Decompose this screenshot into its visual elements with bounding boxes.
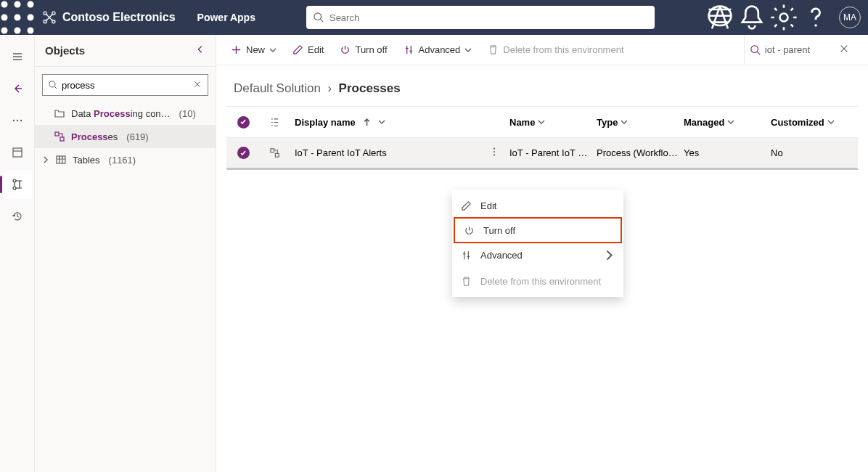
tree-label: Data Processing con… — [71, 108, 171, 119]
svg-point-1 — [15, 1, 21, 8]
svg-point-17 — [16, 120, 17, 121]
col-customized[interactable]: Customized — [771, 117, 858, 128]
select-all[interactable] — [226, 116, 260, 129]
new-label: New — [246, 44, 265, 55]
ctx-advanced-label: Advanced — [480, 250, 523, 261]
tree-label: Processes — [71, 131, 118, 142]
clear-search-icon[interactable] — [193, 78, 202, 91]
svg-point-10 — [52, 12, 55, 15]
filter-clear-icon[interactable] — [839, 44, 853, 56]
svg-rect-26 — [275, 153, 279, 157]
settings-icon[interactable] — [768, 0, 800, 35]
filter-display[interactable]: iot - parent — [744, 35, 861, 65]
rail-more[interactable] — [3, 106, 32, 135]
table-row[interactable]: IoT - Parent IoT Alerts IoT - Parent IoT… — [226, 138, 858, 170]
cell-name: IoT - Parent IoT … — [509, 147, 597, 158]
search-icon — [750, 45, 761, 55]
delete-label: Delete from this environment — [503, 44, 623, 55]
rail-objects[interactable] — [3, 170, 32, 199]
objects-search[interactable] — [42, 74, 208, 96]
svg-point-5 — [28, 15, 34, 21]
col-type[interactable]: Type — [597, 117, 684, 128]
objects-panel: Objects Data Processing con… (10) Proces… — [35, 35, 216, 472]
svg-point-29 — [494, 154, 495, 155]
svg-point-21 — [13, 187, 16, 190]
rail-history[interactable] — [3, 202, 32, 231]
tree-item-tables[interactable]: Tables (1161) — [35, 148, 216, 171]
data-grid: Display name Name Type Managed Customize… — [216, 106, 868, 170]
ctx-advanced[interactable]: Advanced — [452, 242, 623, 268]
turnoff-label: Turn off — [355, 44, 387, 55]
svg-point-2 — [28, 1, 34, 8]
svg-point-6 — [1, 28, 8, 34]
tree-item-processes[interactable]: Processes (619) — [35, 125, 216, 148]
new-button[interactable]: New — [224, 40, 284, 60]
brand-text: Contoso Electronics — [62, 11, 176, 24]
ctx-edit-label: Edit — [480, 200, 496, 211]
waffle-icon[interactable] — [0, 0, 35, 35]
grid-header: Display name Name Type Managed Customize… — [226, 106, 858, 138]
user-avatar[interactable]: MA — [839, 7, 861, 28]
view-icon-header[interactable] — [260, 117, 289, 128]
rail-hamburger[interactable] — [3, 42, 32, 71]
rail-overview[interactable] — [3, 138, 32, 167]
app-name[interactable]: Power Apps — [183, 12, 270, 23]
row-type-icon — [260, 147, 289, 158]
svg-point-15 — [814, 24, 817, 27]
svg-point-16 — [12, 120, 14, 121]
tree-count: (10) — [179, 108, 196, 119]
cell-display: IoT - Parent IoT Alerts — [289, 147, 509, 159]
search-icon — [314, 12, 324, 23]
col-managed[interactable]: Managed — [684, 117, 771, 128]
brand: Contoso Electronics — [35, 10, 183, 25]
chevron-down-icon — [464, 46, 472, 54]
chevron-right-icon — [42, 156, 49, 163]
waffle-icon — [0, 0, 35, 35]
svg-point-4 — [15, 15, 21, 21]
col-name[interactable]: Name — [509, 117, 597, 128]
sliders-icon — [404, 44, 414, 55]
edit-button[interactable]: Edit — [285, 40, 331, 60]
tree-label: Tables — [73, 155, 100, 166]
svg-point-20 — [13, 179, 16, 182]
svg-point-27 — [494, 148, 495, 150]
folder-icon — [54, 107, 65, 119]
svg-point-3 — [1, 15, 8, 21]
advanced-button[interactable]: Advanced — [396, 40, 480, 60]
tree-item-data-processing[interactable]: Data Processing con… (10) — [35, 102, 216, 125]
help-icon[interactable] — [800, 0, 832, 35]
trash-icon — [488, 44, 499, 55]
svg-rect-25 — [270, 149, 274, 152]
objects-search-input[interactable] — [62, 80, 193, 91]
header-right: MA — [704, 0, 868, 35]
process-icon — [54, 131, 65, 142]
global-search-input[interactable] — [329, 12, 647, 23]
command-bar: New Edit Turn off Advanced Delete from t… — [216, 35, 868, 65]
collapse-panel-icon[interactable] — [195, 44, 205, 57]
cell-type: Process (Workflo… — [597, 147, 684, 158]
row-more-icon[interactable] — [489, 147, 499, 159]
svg-rect-23 — [60, 137, 64, 141]
notifications-icon[interactable] — [736, 0, 768, 35]
svg-point-14 — [780, 14, 788, 22]
turnoff-button[interactable]: Turn off — [332, 40, 394, 60]
ctx-turnoff-label: Turn off — [483, 225, 515, 236]
power-icon — [340, 44, 351, 55]
sliders-icon — [461, 250, 472, 261]
pencil-icon — [292, 44, 303, 55]
crumb-parent[interactable]: Default Solution — [234, 81, 321, 95]
global-search[interactable] — [306, 6, 655, 29]
col-display-name[interactable]: Display name — [289, 117, 509, 128]
rail-back[interactable] — [3, 74, 32, 103]
ctx-turnoff[interactable]: Turn off — [454, 217, 622, 243]
row-checkbox[interactable] — [226, 147, 260, 159]
breadcrumb: Default Solution › Processes — [216, 65, 868, 106]
left-rail — [0, 35, 35, 472]
svg-rect-19 — [13, 148, 22, 157]
brand-icon — [42, 10, 57, 25]
table-icon — [55, 154, 67, 166]
power-icon — [464, 225, 475, 236]
environment-icon[interactable] — [704, 0, 736, 35]
ctx-edit[interactable]: Edit — [452, 192, 623, 219]
chevron-right-icon — [604, 250, 615, 261]
